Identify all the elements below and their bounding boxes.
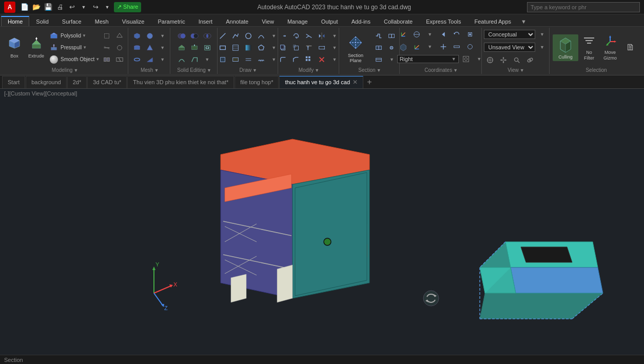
no-filter-button[interactable]: No Filter xyxy=(579,32,599,63)
revcloud-button[interactable] xyxy=(255,54,267,65)
modify-more2[interactable]: ▼ xyxy=(328,42,341,53)
undo-button[interactable]: ↩ xyxy=(67,2,77,12)
tab-surface[interactable]: Surface xyxy=(55,16,88,26)
convert-mesh-button[interactable] xyxy=(101,30,113,42)
ucs-settings[interactable] xyxy=(464,29,476,40)
mesh-down-button[interactable]: ▼ xyxy=(157,30,169,42)
coords-c[interactable] xyxy=(464,41,476,52)
coords-ucs-btn[interactable] xyxy=(460,53,472,65)
merge-face-button[interactable] xyxy=(101,54,113,65)
tab-manage[interactable]: Manage xyxy=(281,16,315,26)
right-view-dropdown[interactable]: Right ▼ xyxy=(397,55,459,63)
mesh-torus-button[interactable] xyxy=(131,54,143,65)
uncrease-button[interactable] xyxy=(113,42,126,53)
coords-a[interactable] xyxy=(437,41,450,52)
fillet-edge-button[interactable] xyxy=(175,54,188,65)
coords-b[interactable] xyxy=(451,41,463,52)
flat-shot-button[interactable] xyxy=(373,54,385,65)
intersect-button[interactable] xyxy=(201,30,213,42)
live-section-button[interactable] xyxy=(385,30,398,42)
modify-expand[interactable]: ▼ xyxy=(315,68,319,73)
stretch-button[interactable] xyxy=(316,42,328,53)
circle-button[interactable] xyxy=(242,30,255,42)
visual-more[interactable]: ▼ xyxy=(536,29,549,40)
solid-edit-more[interactable]: ▼ xyxy=(201,54,213,65)
share-button[interactable]: ↗ shareShare xyxy=(114,2,141,12)
tab-start[interactable]: Start xyxy=(2,76,25,88)
line-button[interactable] xyxy=(217,30,229,42)
pan-button[interactable] xyxy=(497,54,510,66)
tab-annotate[interactable]: Annotate xyxy=(219,16,255,26)
save-button[interactable]: 💾 xyxy=(43,2,53,12)
mirror-button[interactable] xyxy=(316,30,328,42)
section-down[interactable]: ▼ xyxy=(385,54,398,65)
ucs-button[interactable] xyxy=(397,29,409,40)
hatch-button[interactable] xyxy=(229,42,242,53)
add-jog-button[interactable] xyxy=(373,30,385,42)
boundary-button[interactable] xyxy=(255,42,267,53)
wipeout-button[interactable] xyxy=(229,54,242,65)
tab-view[interactable]: View xyxy=(255,16,281,26)
crease-button[interactable] xyxy=(101,42,113,53)
view-expand[interactable]: ▼ xyxy=(520,68,524,73)
generate-section-button[interactable] xyxy=(373,42,385,53)
ucs-restore[interactable] xyxy=(451,29,463,40)
mline-button[interactable] xyxy=(242,54,255,65)
extra-button[interactable]: 🗎 xyxy=(621,32,640,63)
mesh-cone-button[interactable] xyxy=(144,42,156,53)
ucs-more[interactable]: ▼ xyxy=(424,29,436,40)
saved-view-select[interactable]: Unsaved View xyxy=(484,43,535,52)
copy-button[interactable] xyxy=(277,42,289,53)
tab-background[interactable]: background xyxy=(26,76,67,88)
modeling-expand[interactable]: ▼ xyxy=(73,68,78,73)
arc-button[interactable] xyxy=(255,30,267,42)
fillet-button[interactable] xyxy=(277,54,289,65)
tab-express-tools[interactable]: Express Tools xyxy=(419,16,467,26)
erase-button[interactable] xyxy=(316,54,328,65)
orbit-button[interactable] xyxy=(524,54,536,66)
tab-2d[interactable]: 2d* xyxy=(67,76,87,88)
polyline-button[interactable] xyxy=(229,30,242,42)
chamfer-edge-button[interactable] xyxy=(188,54,201,65)
tab-visualize[interactable]: Visualize xyxy=(115,16,151,26)
mesh-expand[interactable]: ▼ xyxy=(154,68,159,73)
nav-wheel[interactable] xyxy=(484,54,496,66)
gradient-button[interactable] xyxy=(242,42,255,53)
scale-button[interactable] xyxy=(290,42,302,53)
coordinates-expand[interactable]: ▼ xyxy=(453,68,458,73)
presspull-button[interactable] xyxy=(48,42,60,53)
canvas-area[interactable]: Y X Z xyxy=(0,98,644,355)
extrude-face-button[interactable] xyxy=(175,42,188,53)
open-button[interactable]: 📂 xyxy=(31,2,42,12)
tab-active[interactable]: thuc hanh ve tu go 3d cad ✕ xyxy=(279,76,363,88)
section-expand[interactable]: ▼ xyxy=(377,68,381,73)
rect-button[interactable] xyxy=(217,42,229,53)
extend-button[interactable] xyxy=(303,42,315,53)
move-gizmo-button[interactable]: Move Gizmo xyxy=(600,32,620,63)
ucs-world-button[interactable] xyxy=(411,29,423,40)
trim-button[interactable] xyxy=(303,30,315,42)
tab-collaborate[interactable]: Collaborate xyxy=(377,16,419,26)
move-button[interactable] xyxy=(277,30,289,42)
rotate-button[interactable] xyxy=(290,30,302,42)
search-input[interactable] xyxy=(527,2,640,12)
tab-file-tong-hop[interactable]: file tong hop* xyxy=(235,76,279,88)
undo-arrow[interactable]: ▼ xyxy=(79,2,89,12)
smooth-object-arrow[interactable]: ▼ xyxy=(95,57,100,62)
modify-more1[interactable]: ▼ xyxy=(328,30,341,42)
ribbon-tab-arrow[interactable]: ▼ xyxy=(518,17,530,26)
draw-expand[interactable]: ▼ xyxy=(252,68,257,73)
polysolid-arrow[interactable]: ▼ xyxy=(82,33,86,38)
region-button[interactable] xyxy=(217,54,229,65)
section-plane-button[interactable]: Section Plane xyxy=(341,31,369,65)
presspull-arrow[interactable]: ▼ xyxy=(83,45,87,50)
tab-parametric[interactable]: Parametric xyxy=(151,16,191,26)
view-cube[interactable] xyxy=(397,41,409,52)
tab-home[interactable]: Home xyxy=(1,16,29,26)
new-button[interactable]: 📄 xyxy=(19,2,30,12)
box-button[interactable]: Box xyxy=(4,32,25,63)
plot-button[interactable]: 🖨 xyxy=(55,2,65,12)
visual-style-select[interactable]: Conceptual Realistic Shaded Wireframe xyxy=(484,30,535,39)
tab-close-button[interactable]: ✕ xyxy=(353,79,358,86)
tab-output[interactable]: Output xyxy=(315,16,345,26)
